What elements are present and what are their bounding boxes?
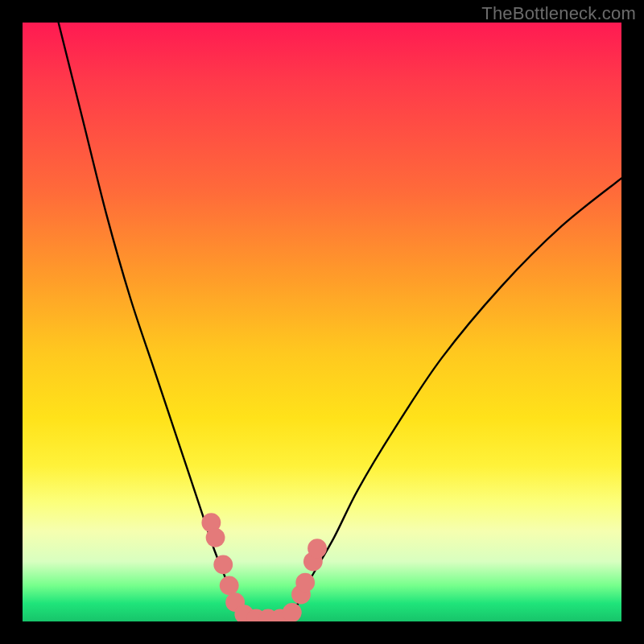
chart-svg — [23, 23, 621, 621]
chart-frame: TheBottleneck.com — [0, 0, 644, 644]
bottleneck-curve — [59, 23, 621, 621]
data-marker — [213, 555, 233, 574]
data-marker — [283, 603, 302, 621]
data-marker — [206, 528, 225, 547]
data-marker — [220, 576, 239, 595]
curve-layer — [59, 23, 621, 621]
plot-area — [23, 23, 621, 621]
data-marker — [295, 573, 315, 592]
data-marker — [308, 539, 327, 558]
watermark-text: TheBottleneck.com — [481, 3, 636, 24]
marker-layer — [201, 513, 326, 621]
